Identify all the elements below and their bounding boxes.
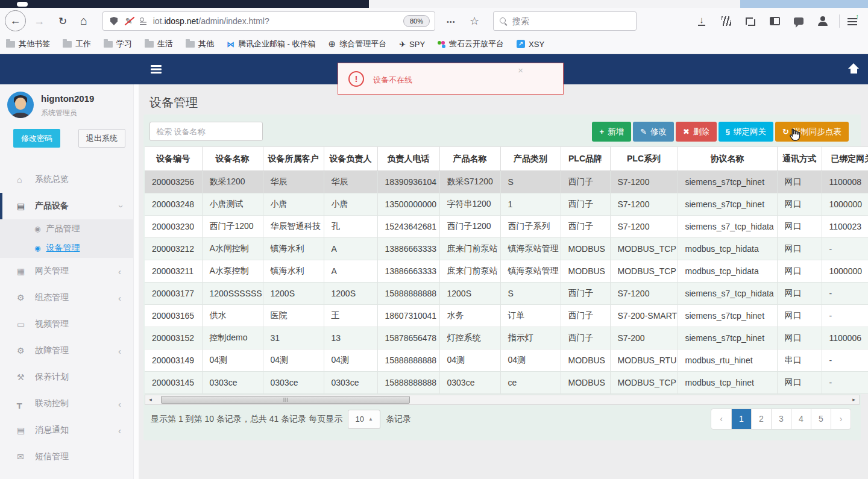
table-row[interactable]: 2000031771200SSSSSS1200S1200S15888888888… — [145, 283, 868, 305]
pencil-icon: ✎ — [640, 127, 647, 136]
column-header[interactable]: 设备负责人 — [324, 147, 377, 171]
sidebar-item[interactable]: ⚙组态管理‹ — [0, 284, 133, 311]
table-row[interactable]: 2000031450303ce0303ce0303ce1588888888803… — [145, 372, 868, 394]
column-header[interactable]: 产品类别 — [500, 147, 561, 171]
app-home-icon[interactable] — [848, 63, 860, 74]
bookmark-item[interactable]: 学习 — [104, 39, 132, 49]
bind-gateway-button[interactable]: §绑定网关 — [719, 122, 773, 142]
avatar[interactable] — [7, 92, 34, 118]
page-prev-button[interactable]: ‹ — [711, 409, 731, 429]
bookmark-item[interactable]: ⊕综合管理平台 — [329, 39, 387, 49]
column-header[interactable]: 设备编号 — [145, 147, 202, 171]
sidebar-item[interactable]: ⚙故障管理‹ — [0, 337, 133, 364]
library-icon[interactable] — [722, 16, 731, 26]
force-sync-button[interactable]: ↻强制同步点表 — [775, 122, 849, 142]
delete-button[interactable]: ✖删除 — [676, 122, 717, 142]
reload-button[interactable]: ↻ — [58, 15, 67, 28]
url-bar[interactable]: ✎ iot.idosp.net/admin/index.html? 80% — [102, 11, 435, 31]
add-button[interactable]: +新增 — [592, 122, 631, 142]
table-row[interactable]: 200003165供水医院王18607310041水务订单西门子S7-200-S… — [145, 305, 868, 327]
screenshot-icon[interactable] — [746, 16, 755, 25]
column-header[interactable]: PLC系列 — [610, 147, 678, 171]
forward-button[interactable]: → — [34, 15, 45, 28]
table-cell: 15243642681 — [377, 216, 439, 238]
column-header[interactable]: 产品名称 — [439, 147, 500, 171]
bookmark-item[interactable]: 其他书签 — [6, 39, 50, 49]
bookmark-item[interactable]: 萤石云开放平台 — [438, 39, 504, 49]
back-button[interactable]: ← — [5, 10, 26, 31]
table-row[interactable]: 200003230西门子1200华辰智通科技孔15243642681西门子120… — [145, 216, 868, 238]
browser-home-button[interactable]: ⌂ — [80, 14, 87, 28]
sidebar-toggle-icon[interactable] — [770, 17, 780, 25]
table-cell: 小唐测试 — [202, 193, 263, 216]
active-tab-strip[interactable] — [0, 0, 369, 8]
sidebar-subitem[interactable]: ◉产品管理 — [0, 219, 133, 239]
table-cell: 0303ce — [202, 372, 263, 394]
column-header[interactable]: 通讯方式 — [777, 147, 822, 171]
table-row[interactable]: 200003211A水泵控制镇海水利A13886663333庶来门前泵站镇海泵站… — [145, 260, 868, 283]
edit-button[interactable]: ✎修改 — [633, 122, 674, 142]
change-password-button[interactable]: 修改密码 — [13, 129, 60, 148]
sidebar-item[interactable]: ▤产品设备‹ — [0, 193, 133, 219]
browser-search-bar[interactable] — [493, 11, 637, 31]
bookmark-item[interactable]: ↗XSY — [517, 40, 544, 49]
sidebar-item[interactable]: ▭视频管理 — [0, 311, 133, 337]
column-header[interactable]: PLC品牌 — [561, 147, 610, 171]
bookmark-item[interactable]: ✈SPY — [399, 40, 425, 49]
bookmark-star-icon[interactable]: ☆ — [470, 14, 479, 28]
column-header[interactable]: 设备所属客户 — [263, 147, 324, 171]
zoom-level-badge[interactable]: 80% — [403, 15, 430, 27]
column-header[interactable]: 协议名称 — [678, 147, 777, 171]
column-header[interactable]: 已绑定网关 — [822, 147, 868, 171]
page-next-button[interactable]: › — [831, 409, 851, 429]
table-row[interactable]: 200003248小唐测试小唐小唐13500000000字符串12001西门子S… — [145, 193, 868, 216]
page-size-select[interactable]: 10▲ — [348, 410, 380, 429]
table-cell: MODBUS — [561, 238, 610, 260]
sidebar-item[interactable]: ▤消息通知‹ — [0, 417, 133, 443]
hscroll-track[interactable]: ◂ ▸ — [145, 395, 860, 405]
page-button[interactable]: 3 — [771, 409, 791, 429]
downloads-icon[interactable]: ↓ — [697, 15, 706, 26]
column-header[interactable]: 设备名称 — [202, 147, 263, 171]
table-row[interactable]: 200003212A水闸控制镇海水利A13886663333庶来门前泵站镇海泵站… — [145, 238, 868, 260]
tab-strip-highlight — [740, 0, 868, 8]
account-icon[interactable] — [818, 16, 828, 26]
page-size-value: 10 — [355, 415, 363, 424]
sidebar-item[interactable]: ▦网关管理‹ — [0, 258, 133, 284]
table-cell: 200003165 — [145, 305, 202, 327]
table-cell: 1000000 — [822, 260, 868, 283]
sidebar-subitem[interactable]: ◉设备管理 — [0, 239, 133, 258]
table-row[interactable]: 200003256数采1200华辰华辰18390936104数采S71200S西… — [145, 171, 868, 193]
page-button[interactable]: 2 — [751, 409, 771, 429]
page-button[interactable]: 5 — [811, 409, 831, 429]
page-actions-icon[interactable]: ••• — [447, 18, 456, 25]
sidebar-item[interactable]: ┳联动控制‹ — [0, 390, 133, 417]
messages-icon[interactable] — [794, 17, 804, 25]
bookmark-item[interactable]: ⋈腾讯企业邮箱 - 收件箱 — [227, 39, 316, 49]
page-button[interactable]: 1 — [731, 409, 751, 429]
table-cell: 0303ce — [324, 372, 377, 394]
logout-button[interactable]: 退出系统 — [78, 129, 125, 148]
column-header[interactable]: 负责人电话 — [377, 147, 439, 171]
bookmark-item[interactable]: 生活 — [145, 39, 173, 49]
device-search-input[interactable] — [149, 122, 263, 141]
bookmark-item[interactable]: 工作 — [63, 39, 91, 49]
hscroll-left-arrow[interactable]: ◂ — [146, 395, 155, 404]
alert-close-icon[interactable]: × — [518, 65, 523, 75]
table-cell: 04测 — [500, 349, 561, 372]
sidebar-item[interactable]: ⌂系统总览 — [0, 166, 133, 193]
hscroll-thumb[interactable] — [161, 396, 410, 404]
bookmark-item[interactable]: 其他 — [186, 39, 214, 49]
hscroll-right-arrow[interactable]: ▸ — [849, 395, 858, 404]
shield-icon[interactable] — [110, 17, 118, 25]
table-row[interactable]: 20000314904测04测04测1588888888804测04测MODBU… — [145, 349, 868, 372]
permissions-icon[interactable] — [140, 17, 147, 25]
sidebar-item[interactable]: ✉短信管理 — [0, 443, 133, 470]
sidebar-collapse-icon[interactable] — [151, 65, 162, 74]
blocked-content-icon[interactable]: ✎ — [125, 16, 133, 26]
sidebar-item[interactable]: ⚒保养计划 — [0, 364, 133, 390]
browser-search-input[interactable] — [512, 16, 621, 26]
table-cell: siemens_s7_tcp_hidata — [678, 283, 777, 305]
page-button[interactable]: 4 — [791, 409, 811, 429]
table-row[interactable]: 200003152控制demo311315878656478灯控系统指示灯西门子… — [145, 327, 868, 349]
